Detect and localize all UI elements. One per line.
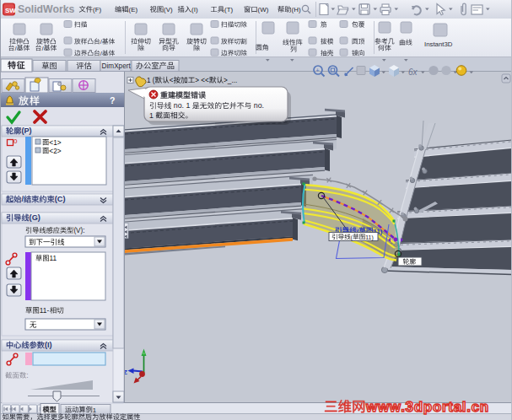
svg-text:?: ? xyxy=(110,95,115,105)
svg-text:<: < xyxy=(170,77,174,84)
svg-text:(P): (P) xyxy=(21,127,31,135)
svg-text:11): 11) xyxy=(365,234,373,241)
svg-text:(G): (G) xyxy=(30,213,40,222)
svg-text:<1>: <1> xyxy=(49,138,61,147)
svg-text:0: 0 xyxy=(13,137,18,145)
svg-text::: : xyxy=(26,371,28,380)
svg-text:Instant3D: Instant3D xyxy=(424,40,453,48)
svg-text:(C): (C) xyxy=(55,195,66,203)
svg-text:/: / xyxy=(21,195,24,203)
svg-text:11: 11 xyxy=(50,254,57,262)
svg-text:<2>: <2> xyxy=(49,147,61,155)
svg-text:(W): (W) xyxy=(258,6,269,13)
svg-text:(V):: (V): xyxy=(73,227,84,234)
svg-text:1 (: 1 ( xyxy=(147,77,155,84)
svg-text:(F): (F) xyxy=(93,6,101,13)
svg-text:(I): (I) xyxy=(191,6,198,13)
svg-text:+: + xyxy=(315,67,320,74)
svg-text:(E): (E) xyxy=(129,6,138,13)
svg-text:(H): (H) xyxy=(292,6,301,13)
svg-text:6x: 6x xyxy=(408,67,418,77)
svg-text:11-: 11- xyxy=(40,306,50,315)
svg-text:no. 1: no. 1 xyxy=(171,101,191,110)
svg-text:SolidWorks: SolidWorks xyxy=(18,3,75,15)
svg-text:(V): (V) xyxy=(164,6,173,13)
svg-text:DimXpert: DimXpert xyxy=(102,62,132,70)
svg-text:www.3dportal.cn: www.3dportal.cn xyxy=(365,399,489,415)
svg-text:no.: no. xyxy=(251,101,264,110)
svg-text:1: 1 xyxy=(149,111,155,120)
svg-text:SW: SW xyxy=(5,7,16,14)
svg-text:(T): (T) xyxy=(224,6,233,13)
svg-text:(I): (I) xyxy=(45,341,52,349)
svg-text:1: 1 xyxy=(93,407,96,414)
svg-text:>_...: >_... xyxy=(224,77,237,84)
svg-text:> <<: > << xyxy=(195,77,209,84)
